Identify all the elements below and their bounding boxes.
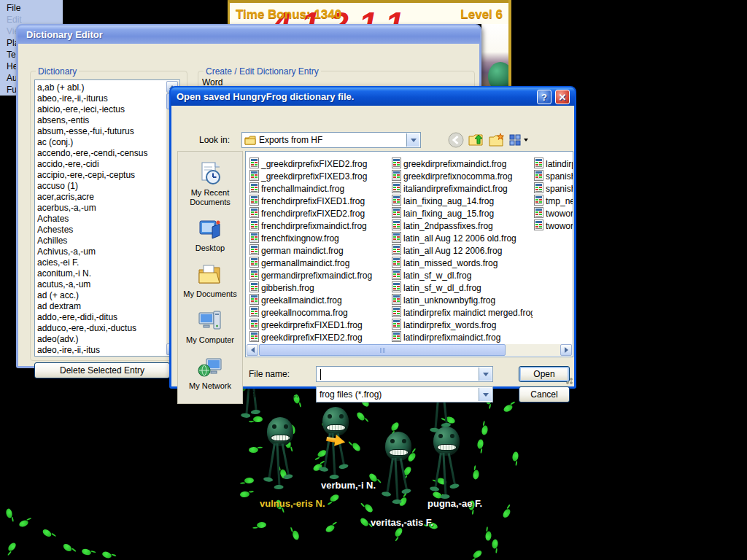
file-item[interactable]: latindirprefix_words.frog bbox=[392, 319, 533, 331]
file-item[interactable]: _greekdirprefixFIXED3.frog bbox=[249, 170, 390, 182]
chevron-down-icon[interactable] bbox=[479, 388, 492, 401]
frog[interactable] bbox=[430, 427, 462, 456]
file-item[interactable]: latin_unknownbyfig.frog bbox=[392, 294, 533, 306]
file-item[interactable]: latin_missed_words.frog bbox=[392, 257, 533, 269]
dictionary-entry[interactable]: abicio,-ere,-ieci,-iectus bbox=[37, 104, 165, 115]
dictionary-entry[interactable]: absum,-esse,-fui,-futurus bbox=[37, 126, 165, 137]
file-item[interactable]: latin_all Aug 12 2006.frog bbox=[392, 244, 533, 257]
dictionary-entry[interactable]: adduco,-ere,-duxi,-ductus bbox=[37, 323, 165, 334]
dictionary-entry[interactable]: Achivus,-a,-um bbox=[37, 246, 165, 257]
place-my-recent-documents[interactable]: My Recent Documents bbox=[178, 161, 242, 207]
chevron-down-icon[interactable] bbox=[479, 368, 492, 381]
scroll-left-icon[interactable] bbox=[247, 344, 258, 356]
file-item[interactable]: _greekdirprefixFIXED2.frog bbox=[249, 158, 390, 170]
views-button[interactable] bbox=[508, 131, 530, 149]
place-my-documents[interactable]: My Documents bbox=[178, 262, 242, 299]
dictionary-entry[interactable]: accido,-ere,-cidi bbox=[37, 159, 165, 170]
file-item[interactable]: spanish bbox=[534, 182, 573, 195]
file-list-hscrollbar[interactable] bbox=[247, 344, 572, 356]
dictionary-entry[interactable]: accuso (1) bbox=[37, 181, 165, 192]
file-item[interactable]: italiandirprefixmaindict.frog bbox=[392, 182, 533, 195]
menu-item[interactable]: File bbox=[0, 2, 63, 14]
file-item-label: spanish bbox=[546, 171, 573, 182]
scroll-right-icon[interactable] bbox=[560, 344, 572, 356]
file-item[interactable]: frenchfixingnow.frog bbox=[249, 232, 390, 244]
files-of-type-combobox[interactable]: frog files (*.frog) bbox=[316, 386, 493, 402]
chevron-down-icon[interactable] bbox=[406, 133, 419, 147]
file-item[interactable]: latin_sf_w_dl_d.frog bbox=[392, 281, 533, 294]
dictionary-entry[interactable]: accipio,-ere,-cepi,-ceptus bbox=[37, 170, 165, 181]
dictionary-entry[interactable]: acies,-ei F. bbox=[37, 257, 165, 268]
dictionary-entry[interactable]: addo,-ere,-didi,-ditus bbox=[37, 312, 165, 323]
help-button[interactable]: ? bbox=[537, 90, 551, 104]
file-name-input[interactable] bbox=[316, 366, 493, 382]
dictionary-entry[interactable]: ad dextram bbox=[37, 301, 165, 312]
file-item[interactable]: germandirprefixmaindict.frog bbox=[249, 269, 390, 281]
file-item[interactable]: twowor bbox=[534, 207, 573, 219]
dictionary-entry[interactable]: Achestes bbox=[37, 225, 165, 236]
dictionary-entry[interactable]: acer,acris,acre bbox=[37, 192, 165, 203]
file-item[interactable]: latindirp bbox=[534, 158, 573, 170]
resize-grip[interactable] bbox=[563, 375, 573, 384]
dictionary-editor-title: Dictionary Editor bbox=[26, 29, 103, 40]
file-item[interactable]: latindirprefix maindict merged.frog bbox=[392, 306, 533, 319]
file-item[interactable]: german maindict.frog bbox=[249, 244, 390, 257]
dictionary-editor-titlebar[interactable]: Dictionary Editor bbox=[18, 26, 480, 44]
dictionary-entry[interactable]: ac (conj.) bbox=[37, 137, 165, 148]
new-folder-button[interactable] bbox=[488, 131, 506, 149]
game-word-label: veritas,-atis F. bbox=[371, 517, 433, 528]
dictionary-entry[interactable]: acutus,-a,-um bbox=[37, 279, 165, 290]
frog[interactable] bbox=[320, 407, 352, 436]
file-item[interactable]: greekallnocomma.frog bbox=[249, 306, 390, 319]
dictionary-entry[interactable]: a,ab (+ abl.) bbox=[37, 82, 165, 93]
file-item[interactable]: tmp_ne bbox=[534, 195, 573, 207]
dictionary-entry[interactable]: accendo,-ere,-cendi,-census bbox=[37, 148, 165, 159]
place-my-network[interactable]: My Network bbox=[178, 354, 242, 391]
back-button[interactable] bbox=[447, 131, 465, 149]
frog-file-icon bbox=[392, 195, 401, 207]
scrollbar-thumb[interactable] bbox=[259, 344, 506, 356]
place-my-computer[interactable]: My Computer bbox=[178, 308, 242, 345]
file-item[interactable]: lain_fixing_aug_15.frog bbox=[392, 207, 533, 219]
file-item[interactable]: latin_2ndpassfixes.frog bbox=[392, 219, 533, 232]
file-item[interactable]: greekdirprefixFIXED2.frog bbox=[249, 331, 390, 343]
file-item[interactable]: frenchdirprefixFIXED1.frog bbox=[249, 195, 390, 207]
dictionary-entry[interactable]: aconitum,-i N. bbox=[37, 268, 165, 279]
file-item[interactable]: spanish bbox=[534, 170, 573, 182]
dictionary-entry[interactable]: adeo(adv.) bbox=[37, 334, 165, 345]
file-item[interactable]: lain_fixing_aug_14.frog bbox=[392, 195, 533, 207]
cancel-button[interactable]: Cancel bbox=[519, 386, 570, 402]
file-item[interactable]: greekdirprefixnocomma.frog bbox=[392, 170, 533, 182]
file-item[interactable]: greekdirprefixmaindict.frog bbox=[392, 158, 533, 170]
place-desktop[interactable]: Desktop bbox=[178, 217, 242, 253]
frog[interactable] bbox=[382, 432, 414, 461]
delete-selected-entry-button[interactable]: Delete Selected Entry bbox=[34, 362, 170, 378]
file-list[interactable]: _greekdirprefixFIXED2.frog _greekdirpref… bbox=[245, 151, 573, 357]
frog[interactable] bbox=[264, 417, 296, 446]
open-dialog-titlebar[interactable]: Open saved HungryFrog dictionary file. ?… bbox=[171, 88, 575, 106]
file-item[interactable]: germanallmaindict.frog bbox=[249, 257, 390, 269]
dictionary-entry[interactable]: adeo,-ire,-ii,-itus bbox=[37, 345, 165, 354]
frog-file-icon bbox=[392, 319, 401, 331]
file-item[interactable]: twowor bbox=[534, 219, 573, 232]
open-button[interactable]: Open bbox=[519, 366, 570, 382]
file-item[interactable]: frenchallmaindict.frog bbox=[249, 182, 390, 195]
dictionary-entry[interactable]: absens,-entis bbox=[37, 115, 165, 126]
dictionary-entry[interactable]: Achilles bbox=[37, 236, 165, 246]
file-item[interactable]: frenchdirprefixFIXED2.frog bbox=[249, 207, 390, 219]
file-item[interactable]: gibberish.frog bbox=[249, 281, 390, 294]
file-item[interactable]: latindirprefixmaindict.frog bbox=[392, 331, 533, 343]
file-item[interactable]: greekdirprefixFIXED1.frog bbox=[249, 319, 390, 331]
dictionary-entry[interactable]: Achates bbox=[37, 214, 165, 225]
file-item[interactable]: latin_all Aug 12 2006 old.frog bbox=[392, 232, 533, 244]
up-one-level-button[interactable] bbox=[468, 131, 485, 149]
dictionary-entry[interactable]: acerbus,-a,-um bbox=[37, 203, 165, 214]
file-item[interactable]: greekallmaindict.frog bbox=[249, 294, 390, 306]
look-in-combobox[interactable]: Exports from HF bbox=[241, 132, 421, 148]
close-button[interactable]: ✕ bbox=[555, 90, 570, 104]
dictionary-entry[interactable]: abeo,-ire,-ii,-iturus bbox=[37, 93, 165, 104]
file-item[interactable]: frenchdirprefixmaindict.frog bbox=[249, 219, 390, 232]
dictionary-entry[interactable]: ad (+ acc.) bbox=[37, 290, 165, 301]
dictionary-listbox[interactable]: a,ab (+ abl.)abeo,-ire,-ii,-iturusabicio… bbox=[34, 79, 180, 357]
file-item[interactable]: latin_sf_w_dl.frog bbox=[392, 269, 533, 281]
